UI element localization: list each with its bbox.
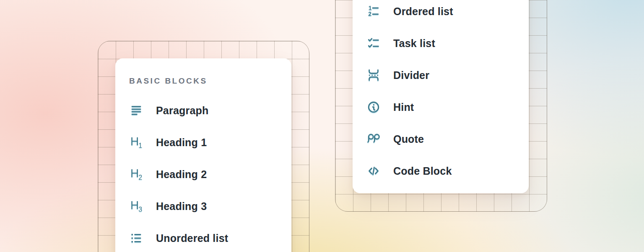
blocks-list-right: 12Ordered listTask listDividerHintQuoteC… <box>366 0 529 187</box>
menu-item-label: Quote <box>393 133 424 145</box>
section-label: BASIC BLOCKS <box>129 74 291 89</box>
svg-text:2: 2 <box>368 10 371 17</box>
page-background: { "left_panel": { "section_label": "BASI… <box>0 0 644 252</box>
heading-2-icon: H2 <box>129 167 143 181</box>
divider-icon <box>366 68 381 82</box>
quote-icon <box>366 132 381 146</box>
menu-item-heading-3[interactable]: H3Heading 3 <box>129 190 291 222</box>
menu-item-task-list[interactable]: Task list <box>366 27 529 59</box>
menu-item-label: Unordered list <box>156 232 228 244</box>
menu-item-label: Ordered list <box>393 5 453 18</box>
heading-3-icon: H3 <box>129 199 143 213</box>
menu-item-code-block[interactable]: Code Block <box>366 155 529 187</box>
menu-item-divider[interactable]: Divider <box>366 59 529 91</box>
menu-item-label: Paragraph <box>156 105 208 117</box>
paragraph-icon <box>129 103 143 118</box>
menu-item-quote[interactable]: Quote <box>366 123 529 155</box>
menu-item-paragraph[interactable]: Paragraph <box>129 94 291 126</box>
basic-blocks-list: ParagraphH1Heading 1H2Heading 2H3Heading… <box>129 94 291 252</box>
basic-blocks-menu-card: BASIC BLOCKS ParagraphH1Heading 1H2Headi… <box>115 58 291 252</box>
menu-item-label: Divider <box>393 69 429 81</box>
menu-item-label: Heading 2 <box>156 168 207 181</box>
menu-item-heading-2[interactable]: H2Heading 2 <box>129 158 291 190</box>
menu-item-label: Heading 1 <box>156 136 207 149</box>
menu-item-label: Task list <box>393 37 435 50</box>
menu-item-heading-1[interactable]: H1Heading 1 <box>129 126 291 158</box>
menu-item-ordered-list[interactable]: 12Ordered list <box>366 0 529 27</box>
menu-item-hint[interactable]: Hint <box>366 91 529 123</box>
menu-item-label: Hint <box>393 101 414 113</box>
menu-item-label: Code Block <box>393 165 452 177</box>
hint-icon <box>366 100 381 114</box>
heading-1-icon: H1 <box>129 135 143 150</box>
task-list-icon <box>366 36 381 50</box>
code-block-icon <box>366 164 381 178</box>
menu-item-unordered-list[interactable]: Unordered list <box>129 222 291 252</box>
menu-item-label: Heading 3 <box>156 200 207 213</box>
ordered-list-icon: 12 <box>366 4 381 18</box>
blocks-menu-card-right: 12Ordered listTask listDividerHintQuoteC… <box>353 0 529 193</box>
unordered-list-icon <box>129 231 143 245</box>
